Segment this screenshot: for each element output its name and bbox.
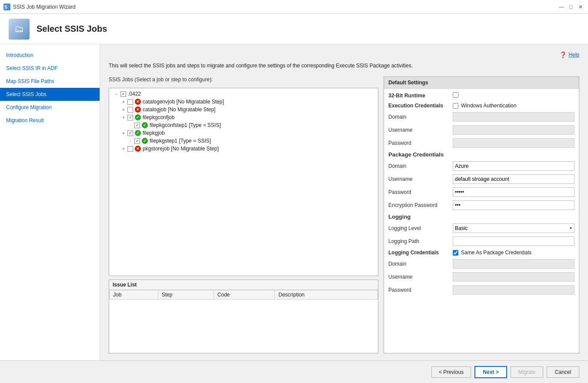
label-log-password: Password [388,287,449,293]
issue-list-header: Issue List [109,280,378,290]
input-pkg-username[interactable] [453,174,575,184]
input-pkg-password[interactable] [453,187,575,197]
cb-filepkgstep1[interactable]: ✓ [134,138,140,144]
label-windows-auth: Windows Authentication [461,103,516,109]
label-32bit: 32-Bit Runtime [388,93,449,99]
ctrl-pkg-domain [453,161,575,171]
minimize-button[interactable]: — [558,3,565,11]
footer: < Previous Next > Migrate Cancel [0,360,588,383]
help-link[interactable]: Help [568,52,579,58]
cb-catalogenvjob[interactable] [127,99,133,105]
row-pkg-password: Password [388,187,575,197]
ctrl-pkg-username [453,174,575,184]
sidebar-item-introduction[interactable]: Introduction [0,49,100,62]
cancel-button[interactable]: Cancel [547,366,579,378]
label-same-as-pkg: Same As Package Credentials [461,250,531,256]
svg-text:S: S [4,5,7,10]
ctrl-enc-password [453,200,575,210]
input-domain[interactable] [453,112,575,122]
cb-root[interactable]: ✓ [120,91,126,97]
input-password[interactable] [453,138,575,148]
row-32bit: 32-Bit Runtime [388,92,575,99]
label-pkg-cred: Package Credentials [388,151,449,158]
ctrl-logging-level: None Basic Performance Verbose [453,223,575,233]
label-enc-password: Encryption Password [388,202,449,208]
label-log-username: Username [388,274,449,280]
input-log-username[interactable] [453,272,575,282]
cb-32bit[interactable] [453,92,458,98]
sidebar-item-select-ssis-jobs[interactable]: Select SSIS Jobs [0,88,100,101]
status-icon-catalogenvjob: ✕ [135,99,141,105]
tree-label-catalogenvjob: catalogenvjob [No Migratable Step] [143,99,224,105]
expand-icon-filepkgstep1: · [128,139,133,143]
cb-pkgstorejob[interactable] [127,146,133,152]
row-log-domain: Domain [388,259,575,269]
ctrl-password [453,138,575,148]
sidebar-item-configure-migration[interactable]: Configure Migration [0,101,100,114]
expand-icon-catalogenvjob[interactable]: + [121,100,126,104]
expand-icon-catalogjob[interactable]: + [121,107,126,112]
input-log-domain[interactable] [453,259,575,269]
cb-filepkgconfjob[interactable]: ✓ [127,115,133,120]
sidebar-item-migration-result[interactable]: Migration Result [0,114,100,127]
previous-button[interactable]: < Previous [431,366,471,378]
tree-item-catalogjob[interactable]: + ✕ catalogjob [No Migratable Step] [121,106,376,113]
tree-label-catalogjob: catalogjob [No Migratable Step] [143,107,215,113]
select-logging-level[interactable]: None Basic Performance Verbose [453,223,575,233]
input-pkg-domain[interactable] [453,161,575,171]
settings-panel: Default Settings 32-Bit Runtime Executio… [384,77,579,353]
input-logging-path[interactable] [453,236,575,246]
label-username: Username [388,127,449,133]
label-pkg-username: Username [388,176,449,182]
settings-header: Default Settings [384,77,579,89]
label-logging: Logging [388,213,449,220]
cb-windows-auth[interactable] [453,103,458,109]
tree-label-filepkgconfjob: filepkgconfjob [143,114,174,120]
cb-filepkgconfstep1[interactable]: ✓ [134,123,140,128]
input-username[interactable] [453,125,575,135]
ctrl-log-domain [453,259,575,269]
row-logging-level: Logging Level None Basic Performance Ver… [388,223,575,233]
tree-item-filepkgconfjob[interactable]: + ✓ ✓ filepkgconfjob [121,113,376,121]
expand-icon-filepkgjob[interactable]: + [121,131,126,135]
cb-catalogjob[interactable] [127,107,133,113]
expand-icon-filepkgconfjob[interactable]: + [121,115,126,120]
titlebar-title: SSIS Job Migration Wizard [13,4,558,10]
tree-item-filepkgjob[interactable]: + ✓ ✓ filepkgjob [121,129,376,137]
ctrl-pkg-password [453,187,575,197]
col-description: Description [275,290,378,300]
window-controls: — □ ✕ [558,3,585,11]
migrate-button[interactable]: Migrate [511,366,543,378]
tree-root[interactable]: − ✓ .0422 [114,90,376,98]
maximize-button[interactable]: □ [567,3,575,11]
two-col-layout: SSIS Jobs (Select a job or step to confi… [109,77,579,353]
next-button[interactable]: Next > [474,366,507,378]
input-enc-password[interactable] [453,200,575,210]
row-logging-path: Logging Path [388,236,575,246]
expand-icon-pkgstorejob[interactable]: + [121,147,126,151]
tree-label-pkgstorejob: pkgstorejob [No Migratable Step] [143,146,219,152]
sidebar-item-select-ssis-ir[interactable]: Select SSIS IR in ADF [0,62,100,75]
right-panel: Default Settings 32-Bit Runtime Executio… [384,77,579,353]
tree-item-catalogenvjob[interactable]: + ✕ catalogenvjob [No Migratable Step] [121,98,376,106]
cb-same-as-pkg[interactable] [453,250,458,256]
label-pkg-domain: Domain [388,163,449,169]
row-log-username: Username [388,272,575,282]
sidebar-item-map-ssis-paths[interactable]: Map SSIS File Paths [0,75,100,88]
ctrl-log-username [453,272,575,282]
main-content: Introduction Select SSIS IR in ADF Map S… [0,44,588,360]
row-pkg-domain: Domain [388,161,575,171]
page-title: Select SSIS Jobs [37,24,107,34]
label-logging-level: Logging Level [388,225,449,231]
label-domain: Domain [388,114,449,120]
tree-item-pkgstorejob[interactable]: + ✕ pkgstorejob [No Migratable Step] [121,145,376,153]
tree-item-filepkgstep1[interactable]: · ✓ ✓ filepkgstep1 [Type = SSIS] [128,137,376,145]
close-button[interactable]: ✕ [577,3,585,11]
label-logging-path: Logging Path [388,238,449,244]
label-log-cred: Logging Credentials [388,250,449,256]
tree-item-filepkgconfstep1[interactable]: · ✓ ✓ filepkgconfstep1 [Type = SSIS] [128,121,376,129]
cb-filepkgjob[interactable]: ✓ [127,130,133,136]
input-log-password[interactable] [453,285,575,295]
expand-icon-root[interactable]: − [114,92,119,96]
row-pkg-cred-header: Package Credentials [388,151,575,158]
